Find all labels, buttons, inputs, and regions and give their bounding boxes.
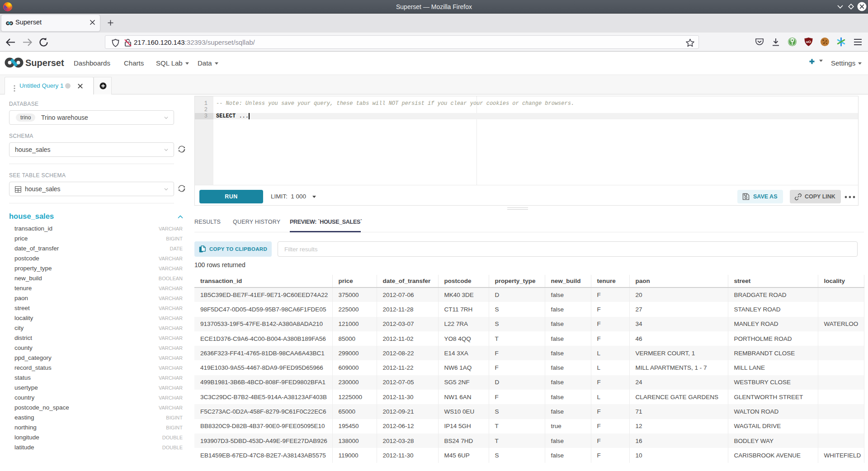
svg-text:uO: uO [806,40,811,44]
